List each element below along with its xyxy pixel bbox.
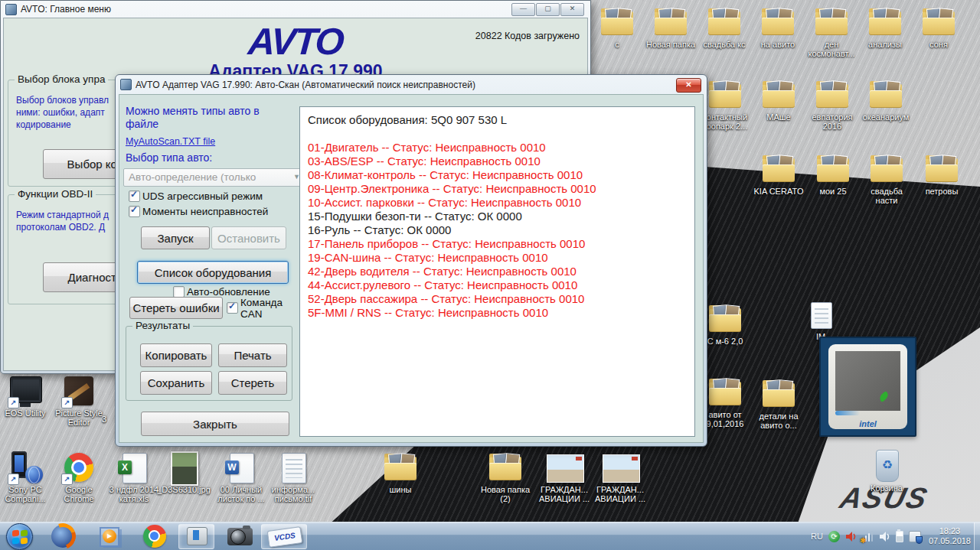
desktop-icon[interactable]: ♻Корзина	[859, 450, 914, 493]
desktop-icon[interactable]: информа...письмо.tif	[266, 451, 321, 503]
desktop-icon[interactable]: ↗EOS Utility	[0, 375, 53, 418]
scan-line[interactable]: 08-Климат-контроль -- Статус: Неисправно…	[308, 168, 687, 182]
scan-lines: 01-Двигатель -- Статус: Неисправность 00…	[308, 141, 687, 320]
icon-label: Новая папка(2)	[478, 485, 533, 503]
uds-checkbox[interactable]	[129, 190, 140, 202]
vcds-taskbar-button[interactable]: VCDS	[261, 524, 307, 549]
firefox-taskbar-icon[interactable]	[51, 525, 74, 548]
taskbar-clock[interactable]: 18:23 07.05.2018	[929, 526, 971, 546]
desktop-icon[interactable]: _D3S6310.jpg	[156, 451, 211, 494]
icon-label: Новая папка	[643, 40, 698, 49]
group-description: Выбор блоков управл ними: ошибки, адапт …	[16, 94, 109, 131]
language-indicator[interactable]: RU	[811, 532, 823, 541]
action-center-tray-icon[interactable]	[909, 531, 921, 542]
scan-line[interactable]: 17-Панель приборов -- Статус: Неисправно…	[308, 237, 687, 251]
clear-errors-button[interactable]: Стереть ошибки	[129, 297, 223, 319]
camera-app-taskbar-icon[interactable]	[227, 528, 253, 545]
desktop-icon[interactable]: ГРАЖДАН...АВИАЦИИ ...	[537, 451, 592, 503]
desktop-icon[interactable]: ↗GoogleChrome	[51, 451, 106, 503]
stop-button[interactable]: Остановить	[211, 226, 286, 249]
erase-button[interactable]: Стереть	[218, 371, 287, 395]
desktop-icon[interactable]: свадьба кс	[697, 6, 752, 49]
save-button[interactable]: Сохранить	[140, 371, 212, 395]
start-button-orb[interactable]	[6, 523, 33, 550]
avto-app-taskbar-button[interactable]	[178, 524, 214, 549]
desktop-icon[interactable]: мои 25	[805, 153, 861, 196]
minimize-button[interactable]: —	[511, 3, 535, 16]
windows-flag-green	[21, 529, 28, 536]
desktop-icon[interactable]: анализы	[858, 6, 913, 49]
update-tray-icon[interactable]: ⟳	[828, 531, 840, 542]
maximize-button[interactable]: ▢	[536, 3, 560, 16]
hint-text: Можно менять типы авто в файле	[126, 105, 260, 131]
desktop-icon[interactable]: свадьбанасти	[859, 153, 914, 205]
folder-photo-icon	[920, 153, 963, 185]
red-speaker-icon[interactable]	[845, 531, 857, 542]
can-command-checkbox[interactable]	[227, 302, 238, 314]
auto-refresh-checkbox-label: Авто-обновление	[187, 286, 270, 298]
auto-refresh-checkbox[interactable]	[173, 286, 185, 298]
scan-line[interactable]: 15-Подушки безоп-ти -- Статус: ОК 0000	[308, 210, 687, 223]
desktop-icon[interactable]: ↗Sony PCCompani...	[0, 451, 53, 503]
battery-tray-icon[interactable]	[896, 531, 903, 542]
folder-photo-icon	[703, 6, 746, 38]
desktop-icon[interactable]: IM	[793, 298, 848, 341]
sony-icon: ↗	[4, 451, 47, 483]
desktop-icon[interactable]: денкосмонавт...	[804, 6, 859, 58]
desktop-icon[interactable]: шины	[373, 451, 428, 494]
media-player-taskbar-icon[interactable]	[97, 525, 120, 548]
desktop-icon[interactable]: Новая папка	[643, 6, 698, 49]
scan-line[interactable]: 52-Дверь пассажира -- Статус: Неисправно…	[308, 292, 687, 306]
desktop-icon[interactable]: евпатория2016	[805, 79, 860, 131]
folder-photo-icon	[596, 6, 639, 38]
folder-photo-icon	[757, 378, 800, 410]
taskbar[interactable]: VCDS RU ⟳ ✱ 18:23 07.05.2018	[0, 522, 980, 550]
desktop-label-fragment[interactable]: 3	[93, 413, 116, 424]
desktop-icon[interactable]: на авито	[750, 6, 805, 49]
desktop-icon[interactable]: детали наавито о...	[751, 378, 806, 430]
close-dialog-button[interactable]: Закрыть	[141, 412, 289, 436]
main-window-titlebar[interactable]: AVTO: Главное меню	[1, 1, 590, 18]
desktop-icon[interactable]: Новая папка(2)	[478, 451, 533, 503]
network-tray-icon[interactable]: ✱	[862, 531, 874, 542]
desktop-icon[interactable]: океанариум	[858, 79, 913, 122]
scan-line[interactable]: 01-Двигатель -- Статус: Неисправность 00…	[308, 141, 687, 155]
folder-photo-icon	[865, 153, 908, 185]
volume-tray-icon[interactable]	[879, 531, 890, 542]
scan-line[interactable]: 44-Ассист.рулевого -- Статус: Неисправно…	[308, 278, 687, 292]
scan-listbox[interactable]: Список оборудования: 5Q0 907 530 L 01-Дв…	[299, 106, 695, 437]
desktop-icon[interactable]: с	[590, 6, 645, 49]
desktop-icon[interactable]: W00 Личныйлисток по ...	[214, 451, 269, 503]
desktop-icon[interactable]: X3 ндфл 2014катя.xls	[106, 451, 162, 503]
desktop-icon[interactable]: петровы	[914, 153, 969, 196]
desktop-icon[interactable]: KIA CERATO	[751, 153, 806, 196]
scan-line[interactable]: 5F-MMI / RNS -- Статус: Неисправность 00…	[308, 306, 687, 320]
dropdown-value: Авто-определение (только	[129, 171, 256, 183]
scan-line[interactable]: 10-Ассист. парковки -- Статус: Неисправн…	[308, 196, 687, 210]
imdoc-icon	[799, 298, 842, 330]
auto-type-dropdown[interactable]: Авто-определение (только ▼	[123, 168, 304, 187]
avto-app-icon	[187, 527, 207, 545]
scan-line[interactable]: 03-ABS/ESP -- Статус: Неисправность 0010	[308, 155, 687, 168]
intel-cpu-image[interactable]: intel	[819, 337, 916, 437]
show-desktop-button[interactable]	[974, 522, 980, 550]
chrome-taskbar-icon[interactable]	[143, 525, 166, 548]
myautoscan-file-link[interactable]: MyAutoScan.TXT file	[126, 136, 215, 147]
scan-line[interactable]: 19-CAN-шина -- Статус: Неисправность 001…	[308, 251, 687, 265]
start-button[interactable]: Запуск	[141, 226, 210, 249]
equipment-list-button[interactable]: Список оборудования	[137, 261, 289, 284]
scan-line[interactable]: 16-Руль -- Статус: ОК 0000	[308, 223, 687, 237]
desktop-icon[interactable]: ГРАЖДАН...АВИАЦИИ ...	[593, 451, 648, 503]
desktop-icon[interactable]: МАше	[751, 79, 806, 122]
desktop-icon[interactable]: соня	[911, 6, 966, 49]
print-button[interactable]: Печать	[218, 343, 287, 367]
dialog-close-button[interactable]: ✕	[676, 78, 701, 93]
fault-moments-checkbox[interactable]	[129, 206, 140, 217]
copy-button[interactable]: Копировать	[140, 343, 212, 367]
scan-line[interactable]: 09-Центр.Электроника -- Статус: Неисправ…	[308, 182, 687, 196]
dialog-titlebar[interactable]: AVTO Адаптер VAG 17.990: Авто-Скан (Авто…	[116, 75, 707, 94]
close-button[interactable]: ✕	[560, 3, 584, 16]
scan-header: Список оборудования: 5Q0 907 530 L	[308, 113, 687, 127]
icon-label: океанариум	[858, 112, 913, 122]
scan-line[interactable]: 42-Дверь водителя -- Статус: Неисправнос…	[308, 265, 687, 278]
